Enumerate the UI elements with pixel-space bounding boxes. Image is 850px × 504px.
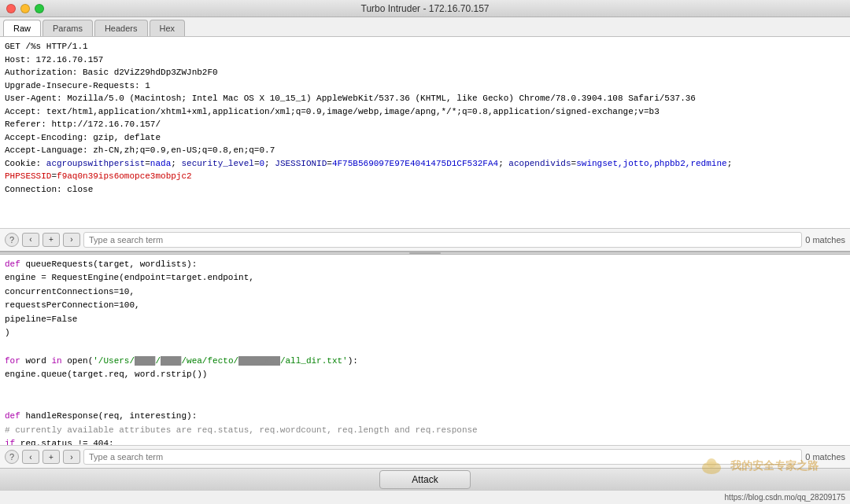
tab-bar: Raw Params Headers Hex [0,17,850,37]
minimize-button[interactable] [20,4,30,13]
header-referer: Referer: http://172.16.70.157/ [5,118,845,131]
attack-button[interactable]: Attack [379,470,470,489]
matches-label-top: 0 matches [805,235,845,245]
maximize-button[interactable] [35,4,44,13]
header-host: Host: 172.16.70.157 [5,53,845,67]
tab-raw[interactable]: Raw [3,20,41,36]
header-language: Accept-Language: zh-CN,zh;q=0.9,en-US;q=… [5,144,845,157]
header-connection: Connection: close [5,183,845,197]
script-line-3: concurrentConnections=10, [5,285,845,300]
request-line: GET /%s HTTP/1.1 [5,40,845,53]
script-panel: def queueRequests(target, wordlists): en… [0,255,850,469]
search-add-button-top[interactable]: + [42,233,60,247]
script-line-11 [5,395,845,410]
script-line-7 [5,340,845,355]
search-prev-button-bottom[interactable]: ‹ [22,450,39,464]
request-panel: GET /%s HTTP/1.1 Host: 172.16.70.157 Aut… [0,37,850,252]
search-help-button-bottom[interactable]: ? [5,450,19,464]
script-line-9: engine.queue(target.req, word.rstrip()) [5,368,845,382]
header-auth: Authorization: Basic d2ViZ29hdDp3ZWJnb2F… [5,66,845,79]
traffic-lights [6,4,44,13]
search-input-top[interactable] [83,232,802,248]
close-button[interactable] [6,4,16,13]
search-next-button-top[interactable]: › [63,233,80,247]
script-line-6: ) [5,326,845,340]
header-upgrade: Upgrade-Insecure-Requests: 1 [5,79,845,93]
script-line-10 [5,382,845,396]
header-cookie: Cookie: acgroupswithpersist=nada; securi… [5,157,845,183]
search-bar-top: ? ‹ + › 0 matches [0,228,850,251]
tab-hex[interactable]: Hex [150,20,186,36]
tab-params[interactable]: Params [42,20,93,36]
script-line-1: def queueRequests(target, wordlists): [5,258,845,272]
main-container: Raw Params Headers Hex GET /%s HTTP/1.1 … [0,17,850,490]
script-line-8: for word in open('/Users/████/████/wea/f… [5,355,845,369]
split-container: GET /%s HTTP/1.1 Host: 172.16.70.157 Aut… [0,37,850,490]
header-ua: User-Agent: Mozilla/5.0 (Macintosh; Inte… [5,92,845,105]
search-next-button-bottom[interactable]: › [63,450,80,464]
search-add-button-bottom[interactable]: + [42,450,60,464]
tab-headers[interactable]: Headers [94,20,148,36]
status-url: https://blog.csdn.mo/qq_28209175 [725,493,845,502]
status-bar: https://blog.csdn.mo/qq_28209175 [0,490,850,504]
script-line-14: if req.status != 404: [5,437,845,445]
script-content[interactable]: def queueRequests(target, wordlists): en… [0,255,850,446]
search-help-button-top[interactable]: ? [5,233,19,247]
script-line-12: def handleResponse(req, interesting): [5,410,845,424]
script-line-2: engine = RequestEngine(endpoint=target.e… [5,271,845,285]
request-content[interactable]: GET /%s HTTP/1.1 Host: 172.16.70.157 Aut… [0,37,850,228]
search-input-bottom[interactable] [83,449,802,465]
window-title: Turbo Intruder - 172.16.70.157 [361,3,490,14]
search-bar-bottom: ? ‹ + › 0 matches [0,445,850,468]
script-line-13: # currently available attributes are req… [5,424,845,438]
matches-label-bottom: 0 matches [805,452,845,462]
title-bar: Turbo Intruder - 172.16.70.157 [0,0,850,17]
header-encoding: Accept-Encoding: gzip, deflate [5,131,845,145]
search-prev-button-top[interactable]: ‹ [22,233,39,247]
script-line-4: requestsPerConnection=100, [5,299,845,313]
header-accept: Accept: text/html,application/xhtml+xml,… [5,105,845,119]
divider-handle [409,252,441,254]
attack-bar: Attack [0,468,850,490]
script-line-5: pipeline=False [5,313,845,327]
